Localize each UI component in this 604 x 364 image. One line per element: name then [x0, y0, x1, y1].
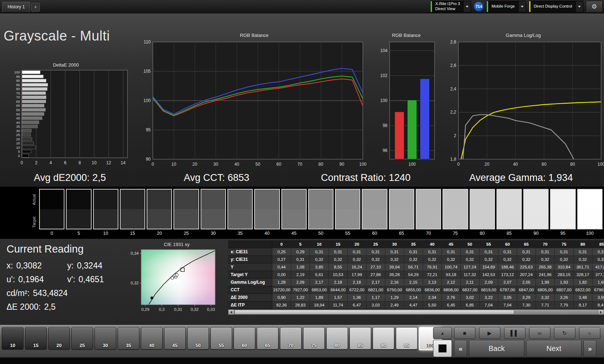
grayscale-swatch-60: 60 [362, 189, 387, 236]
table-scrollbar[interactable] [228, 309, 604, 315]
table-cell: 2,76 [442, 294, 461, 301]
meter-dropdown[interactable]: X-Rite i1Pro 3 Direct View [430, 1, 471, 12]
svg-text:10: 10 [16, 145, 20, 149]
level-button-75[interactable]: 75 [303, 327, 325, 350]
target-row-label: Target [32, 211, 36, 233]
loop-button[interactable]: ↻ [554, 327, 575, 339]
pattern-up-button[interactable]: ▲ [433, 327, 452, 339]
play-button[interactable]: ▶ [479, 327, 500, 339]
swatch-box [39, 189, 64, 229]
level-button-label: 90 [373, 343, 394, 348]
deltae-bar-10 [22, 146, 36, 149]
table-cell: 28,83 [291, 301, 310, 309]
grayscale-swatch-45: 45 [281, 189, 307, 236]
next-arrow-button[interactable]: » [583, 340, 596, 357]
swatch-box [362, 189, 387, 229]
level-button-45[interactable]: 45 [164, 327, 186, 350]
table-cell: 0,31 [442, 248, 461, 256]
tab-history-1[interactable]: History 1 [2, 2, 30, 12]
level-button-label: 60 [234, 343, 255, 348]
continuous-button[interactable]: ∞ [529, 327, 550, 339]
level-button-60[interactable]: 60 [234, 327, 255, 350]
swatch-box [254, 189, 280, 229]
swatch-label: 15 [120, 231, 145, 236]
scroll-right-button[interactable] [598, 310, 604, 314]
pause-button[interactable]: ▌▌ [504, 327, 525, 339]
grayscale-swatch-strip: 0510152025303540455055606570758085909510… [39, 189, 603, 236]
level-button-25[interactable]: 25 [71, 327, 93, 350]
swatch-actual-half [67, 190, 91, 209]
table-cell: 0,00 [272, 271, 291, 279]
pattern-window-button[interactable] [433, 340, 452, 357]
cie-chart: CIE 1931 xy 0,290,30,310,320,330,340,32 [127, 242, 227, 315]
table-row-label: CCT [228, 286, 272, 294]
swatch-label: 90 [523, 231, 549, 236]
svg-text:10: 10 [92, 160, 97, 165]
table-header-cell: 85 [592, 240, 604, 248]
level-button-70[interactable]: 70 [280, 327, 302, 350]
level-button-15[interactable]: 15 [25, 327, 47, 350]
table-cell: 6837,00 [461, 286, 479, 294]
level-button-90[interactable]: 90 [373, 327, 394, 350]
display-control-dropdown-button[interactable] [575, 1, 583, 12]
record-button[interactable]: ○ [579, 327, 600, 339]
table-header-cell: 5 [291, 240, 310, 248]
table-cell: 56,71 [404, 263, 423, 271]
table-header-cell: 70 [536, 240, 555, 248]
table-cell: 3,85 [310, 263, 329, 271]
loop-icon: ↻ [562, 330, 567, 337]
level-button-95[interactable]: 95 [396, 327, 418, 350]
table-cell: 2,16 [385, 279, 404, 286]
swatch-actual-half [255, 190, 279, 209]
chevron-down-icon [521, 6, 524, 8]
table-cell: 310,84 [555, 263, 574, 271]
svg-text:0: 0 [18, 154, 20, 158]
level-button-55[interactable]: 55 [210, 327, 232, 350]
table-cell: 207,24 [517, 271, 536, 279]
level-button-35[interactable]: 35 [118, 327, 139, 350]
level-button-80[interactable]: 80 [326, 327, 348, 350]
settings-button[interactable]: ⚙ [586, 1, 603, 12]
svg-text:0,29: 0,29 [141, 307, 149, 312]
blue-bar [420, 79, 429, 159]
scroll-left-button[interactable] [228, 310, 234, 314]
reading-luminance: cd/m²:543,4824 [7, 288, 128, 298]
table-row: y: CIE310,270,310,320,320,320,320,320,32… [228, 256, 604, 263]
back-button[interactable]: Back [469, 340, 524, 357]
swatch-box [335, 189, 360, 229]
level-button-10[interactable]: 10 [2, 327, 24, 350]
level-button-30[interactable]: 30 [95, 327, 116, 350]
table-cell: 2,12 [442, 279, 461, 286]
stop-button[interactable]: ■ [454, 327, 475, 339]
svg-text:95: 95 [146, 127, 151, 132]
scrollbar-thumb[interactable] [235, 310, 514, 314]
level-button-label: 45 [164, 343, 185, 348]
level-button-50[interactable]: 50 [187, 327, 209, 350]
svg-text:50: 50 [16, 112, 20, 116]
summary-stats-row: Avg dE2000: 2,5 Avg CCT: 6853 Contrast R… [0, 172, 604, 183]
table-cell: 11,74 [329, 301, 348, 309]
source-dropdown[interactable]: Mobile Forge [486, 1, 526, 12]
table-cell: 265,38 [536, 263, 555, 271]
meter-dropdown-button[interactable] [463, 1, 471, 12]
level-button-20[interactable]: 20 [48, 327, 70, 350]
table-cell: 0,31 [536, 248, 555, 256]
table-cell: 0,25 [272, 248, 291, 256]
table-corner-cell [228, 240, 272, 248]
table-cell: 142,53 [479, 271, 498, 279]
table-row-label: x: CIE31 [228, 248, 272, 256]
table-cell: 0,32 [366, 256, 385, 263]
level-button-label: 50 [188, 343, 209, 348]
reading-x: x:0,3082 [7, 261, 67, 271]
level-button-40[interactable]: 40 [141, 327, 163, 350]
source-dropdown-button[interactable] [518, 1, 526, 12]
next-button[interactable]: Next [526, 340, 582, 357]
back-arrow-button[interactable]: « [454, 340, 467, 357]
level-button-65[interactable]: 65 [257, 327, 278, 350]
swatch-actual-half [94, 190, 118, 209]
display-control-dropdown[interactable]: Direct Display Control [529, 1, 583, 12]
level-button-85[interactable]: 85 [349, 327, 371, 350]
add-tab-button[interactable]: + [31, 3, 40, 12]
stop-icon: ■ [463, 330, 466, 336]
svg-text:2,4: 2,4 [450, 86, 456, 92]
